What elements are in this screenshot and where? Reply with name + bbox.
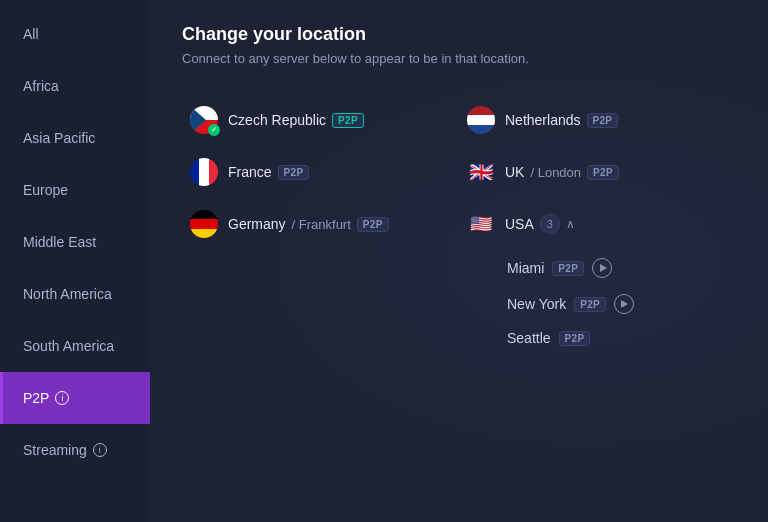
sidebar-item-p2p[interactable]: P2P i (0, 372, 150, 424)
city-seattle: Seattle (507, 330, 551, 346)
country-nl: Netherlands (505, 112, 581, 128)
sidebar-item-africa-label: Africa (23, 78, 59, 94)
badge-seattle: P2P (559, 331, 591, 346)
streaming-play-icon-newyork[interactable] (614, 294, 634, 314)
sub-de: / Frankfurt (292, 217, 351, 232)
sidebar-item-middle-east-label: Middle East (23, 234, 96, 250)
city-miami: Miami (507, 260, 544, 276)
sidebar-item-africa[interactable]: Africa (0, 60, 150, 112)
usa-section: 🇺🇸 USA 3 ∧ Miami P2P (459, 198, 736, 354)
server-name-usa: USA 3 ∧ (505, 214, 575, 234)
sub-uk: / London (530, 165, 581, 180)
server-item-nl[interactable]: Netherlands P2P (459, 94, 736, 146)
server-name-uk: UK / London P2P (505, 164, 619, 180)
country-usa: USA (505, 216, 534, 232)
server-item-uk[interactable]: 🇬🇧 UK / London P2P (459, 146, 736, 198)
badge-nl: P2P (587, 113, 619, 128)
sidebar-item-p2p-label: P2P (23, 390, 49, 406)
flag-netherlands (467, 106, 495, 134)
sidebar-item-streaming-label: Streaming (23, 442, 87, 458)
server-grid: ✓ Czech Republic P2P France P2P Germ (182, 94, 736, 354)
badge-cz: P2P (332, 113, 364, 128)
check-icon: ✓ (208, 124, 220, 136)
sidebar-item-all-label: All (23, 26, 39, 42)
badge-miami: P2P (552, 261, 584, 276)
sidebar-item-middle-east[interactable]: Middle East (0, 216, 150, 268)
city-item-newyork[interactable]: New York P2P (503, 286, 736, 322)
city-newyork: New York (507, 296, 566, 312)
sidebar-item-south-america-label: South America (23, 338, 114, 354)
sidebar-item-streaming[interactable]: Streaming i (0, 424, 150, 476)
sidebar-item-asia-pacific[interactable]: Asia Pacific (0, 112, 150, 164)
country-cz: Czech Republic (228, 112, 326, 128)
server-col-left: ✓ Czech Republic P2P France P2P Germ (182, 94, 459, 354)
server-name-cz: Czech Republic P2P (228, 112, 364, 128)
sidebar-item-north-america-label: North America (23, 286, 112, 302)
country-fr: France (228, 164, 272, 180)
badge-de: P2P (357, 217, 389, 232)
city-item-seattle[interactable]: Seattle P2P (503, 322, 736, 354)
server-item-de[interactable]: Germany / Frankfurt P2P (182, 198, 459, 250)
flag-france (190, 158, 218, 186)
usa-cities: Miami P2P New York P2P Seattle P2P (459, 250, 736, 354)
flag-usa: 🇺🇸 (467, 210, 495, 238)
p2p-info-icon[interactable]: i (55, 391, 69, 405)
streaming-play-icon-miami[interactable] (592, 258, 612, 278)
server-name-de: Germany / Frankfurt P2P (228, 216, 389, 232)
usa-header[interactable]: 🇺🇸 USA 3 ∧ (459, 198, 736, 250)
flag-uk: 🇬🇧 (467, 158, 495, 186)
sidebar-item-asia-pacific-label: Asia Pacific (23, 130, 95, 146)
flag-germany (190, 210, 218, 238)
main-content: Change your location Connect to any serv… (150, 0, 768, 522)
sidebar-item-north-america[interactable]: North America (0, 268, 150, 320)
usa-count-badge: 3 (540, 214, 560, 234)
sidebar: All Africa Asia Pacific Europe Middle Ea… (0, 0, 150, 522)
flag-cz-wrap: ✓ (190, 106, 218, 134)
country-uk: UK (505, 164, 524, 180)
server-item-fr[interactable]: France P2P (182, 146, 459, 198)
badge-fr: P2P (278, 165, 310, 180)
sidebar-item-europe[interactable]: Europe (0, 164, 150, 216)
badge-newyork: P2P (574, 297, 606, 312)
sidebar-item-all[interactable]: All (0, 8, 150, 60)
server-col-right: Netherlands P2P 🇬🇧 UK / London P2P 🇺🇸 (459, 94, 736, 354)
badge-uk: P2P (587, 165, 619, 180)
streaming-info-icon[interactable]: i (93, 443, 107, 457)
server-item-cz[interactable]: ✓ Czech Republic P2P (182, 94, 459, 146)
country-de: Germany (228, 216, 286, 232)
server-name-nl: Netherlands P2P (505, 112, 618, 128)
page-title: Change your location (182, 24, 736, 45)
city-item-miami[interactable]: Miami P2P (503, 250, 736, 286)
page-subtitle: Connect to any server below to appear to… (182, 51, 736, 66)
sidebar-item-europe-label: Europe (23, 182, 68, 198)
sidebar-item-south-america[interactable]: South America (0, 320, 150, 372)
server-name-fr: France P2P (228, 164, 309, 180)
chevron-up-icon: ∧ (566, 217, 575, 231)
